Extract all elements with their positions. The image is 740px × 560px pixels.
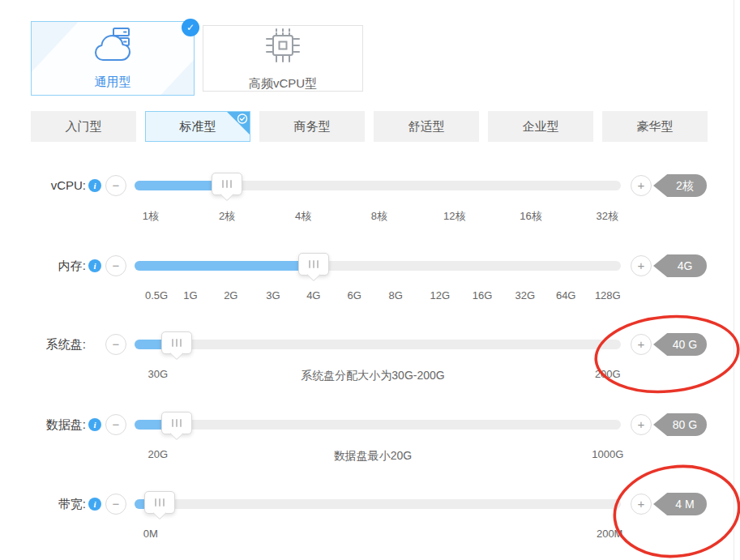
handle-grip: [172, 419, 173, 427]
slider-row-data-disk: 数据盘: i − + 80 G 20G1000G数据盘最小20G: [0, 413, 740, 467]
handle-grip: [159, 498, 160, 507]
decrease-button[interactable]: −: [105, 255, 126, 276]
handle-tail: [306, 268, 320, 282]
handle-tail: [220, 188, 234, 202]
card-label: 通用型: [95, 75, 131, 90]
tick-label: 8G: [389, 289, 403, 301]
tab-label: 入门型: [66, 119, 102, 133]
slider-track[interactable]: [135, 499, 621, 509]
tier-tab-0[interactable]: 入门型: [31, 111, 136, 142]
tier-tab-1[interactable]: 标准型: [145, 111, 250, 142]
tab-label: 企业型: [523, 119, 559, 133]
tick-label: 12G: [430, 289, 451, 301]
tick-label: 0M: [143, 528, 158, 540]
tick-label: 2核: [219, 209, 235, 224]
data-disk-value-badge: 80 G: [653, 413, 707, 436]
tick-label: 200G: [595, 368, 621, 380]
tick-labels: 1核2核4核8核12核16核32核: [135, 209, 621, 224]
cloud-server-icon: [92, 27, 133, 64]
tick-label: 0.5G: [145, 289, 168, 301]
tick-label: 2G: [224, 289, 237, 301]
tick-label: 1G: [183, 289, 197, 301]
tier-tab-5[interactable]: 豪华型: [602, 111, 708, 142]
slider-row-system-disk: 系统盘: − + 40 G 30G200G系统盘分配大小为30G-200G: [0, 333, 740, 387]
slider-track[interactable]: [135, 261, 621, 271]
tick-label: 4核: [295, 209, 311, 224]
slider-handle[interactable]: [212, 173, 242, 195]
increase-button[interactable]: +: [631, 175, 652, 196]
tick-label: 4G: [306, 289, 320, 301]
instance-card-1[interactable]: 高频vCPU型: [203, 25, 363, 92]
slider-fill: [135, 261, 314, 271]
card-label: 高频vCPU型: [249, 76, 317, 92]
handle-grip: [180, 419, 182, 427]
tier-tab-4[interactable]: 企业型: [488, 111, 593, 142]
tick-labels: 20G1000G数据盘最小20G: [135, 448, 621, 463]
slider-row-bandwidth: 带宽: i − + 4 M 0M200M: [0, 493, 740, 546]
tab-label: 标准型: [180, 119, 216, 133]
slider-handle[interactable]: [161, 412, 192, 434]
increase-button[interactable]: +: [631, 334, 652, 355]
tick-label: 1000G: [592, 448, 623, 460]
tick-label: 30G: [148, 368, 169, 380]
vcpu-value-badge: 2核: [653, 174, 707, 197]
tier-tab-3[interactable]: 舒适型: [374, 111, 479, 142]
tick-label: 20G: [148, 448, 169, 460]
slider-row-vcpu: vCPU: i − + 2核 1核2核4核8核12核16核32核: [0, 174, 740, 228]
slider-row-memory: 内存: i − + 4G 0.5G1G2G3G4G6G8G12G16G32G64…: [0, 254, 740, 308]
increase-button[interactable]: +: [631, 255, 652, 276]
instance-card-0[interactable]: 通用型 ✓: [31, 21, 195, 96]
tick-label: 32核: [596, 209, 618, 224]
tick-label: 12核: [443, 209, 465, 224]
info-icon[interactable]: i: [88, 418, 101, 431]
increase-button[interactable]: +: [631, 494, 652, 515]
tick-labels: 0M200M: [135, 528, 621, 542]
handle-grip: [176, 339, 178, 347]
slider-label: vCPU:: [0, 174, 86, 197]
slider-track[interactable]: [135, 340, 621, 349]
tick-label: 128G: [595, 289, 621, 301]
increase-button[interactable]: +: [631, 414, 652, 435]
tick-labels: 0.5G1G2G3G4G6G8G12G16G32G64G128G: [135, 289, 621, 304]
selected-corner-check-icon: [226, 111, 250, 135]
handle-tail: [170, 427, 184, 441]
tick-label: 8核: [371, 209, 387, 224]
slider-handle[interactable]: [144, 491, 175, 514]
handle-grip: [222, 180, 224, 188]
slider-track[interactable]: [135, 420, 621, 430]
handle-grip: [313, 260, 314, 268]
info-icon[interactable]: i: [88, 259, 101, 272]
decrease-button[interactable]: −: [105, 414, 126, 435]
tick-label: 1核: [143, 209, 159, 224]
tick-label: 200M: [597, 528, 623, 540]
decrease-button[interactable]: −: [105, 175, 126, 196]
handle-grip: [226, 180, 228, 188]
decrease-button[interactable]: −: [105, 334, 126, 355]
tick-label: 16核: [520, 209, 541, 224]
handle-grip: [172, 339, 173, 347]
slider-label: 内存:: [0, 254, 86, 277]
slider-label: 带宽:: [0, 493, 86, 515]
memory-value-badge: 4G: [653, 254, 707, 277]
slider-handle[interactable]: [161, 331, 192, 354]
system-disk-note: 系统盘分配大小为30G-200G: [301, 369, 444, 383]
card-icon: [263, 25, 303, 69]
info-icon[interactable]: i: [88, 179, 101, 192]
handle-grip: [180, 339, 182, 347]
tick-label: 6G: [348, 289, 361, 301]
decrease-button[interactable]: −: [105, 494, 126, 515]
handle-tail: [153, 507, 167, 520]
tick-labels: 30G200G系统盘分配大小为30G-200G: [135, 368, 621, 383]
slider-label: 系统盘:: [0, 333, 86, 356]
tab-label: 商务型: [294, 119, 331, 133]
slider-label: 数据盘:: [0, 413, 86, 436]
slider-track[interactable]: [135, 181, 621, 190]
slider-handle[interactable]: [298, 253, 329, 276]
handle-grip: [163, 498, 165, 507]
data-disk-note: 数据盘最小20G: [334, 449, 412, 464]
tier-tab-2[interactable]: 商务型: [259, 111, 365, 142]
tick-label: 3G: [266, 289, 280, 301]
tab-label: 豪华型: [637, 119, 674, 133]
info-icon[interactable]: i: [88, 498, 101, 511]
system-disk-value-badge: 40 G: [653, 333, 707, 356]
